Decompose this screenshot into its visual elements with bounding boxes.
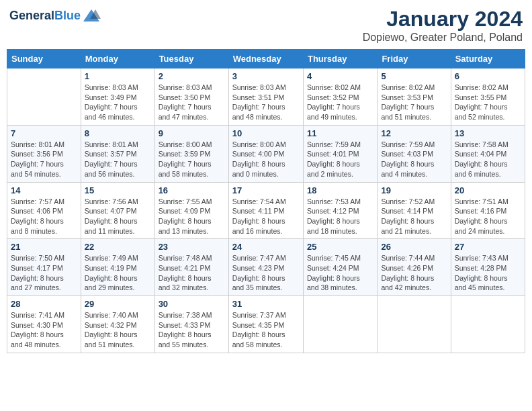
day-info: Sunrise: 7:56 AM Sunset: 4:07 PM Dayligh… [85, 197, 151, 236]
day-info: Sunrise: 8:00 AM Sunset: 3:59 PM Dayligh… [159, 140, 225, 179]
day-info: Sunrise: 7:37 AM Sunset: 4:35 PM Dayligh… [232, 310, 300, 350]
day-number: 13 [455, 128, 521, 138]
day-number: 18 [307, 185, 373, 195]
day-info: Sunrise: 8:01 AM Sunset: 3:56 PM Dayligh… [11, 140, 77, 179]
column-header-wednesday: Wednesday [228, 50, 303, 68]
calendar-table: SundayMondayTuesdayWednesdayThursdayFrid… [7, 49, 525, 353]
day-info: Sunrise: 7:40 AM Sunset: 4:32 PM Dayligh… [85, 310, 151, 350]
calendar-cell: 17Sunrise: 7:54 AM Sunset: 4:11 PM Dayli… [228, 182, 303, 239]
calendar-cell: 25Sunrise: 7:45 AM Sunset: 4:24 PM Dayli… [303, 239, 377, 296]
day-info: Sunrise: 7:41 AM Sunset: 4:30 PM Dayligh… [11, 310, 77, 350]
calendar-cell: 6Sunrise: 8:02 AM Sunset: 3:55 PM Daylig… [451, 68, 525, 126]
day-info: Sunrise: 7:59 AM Sunset: 4:03 PM Dayligh… [381, 140, 447, 179]
day-info: Sunrise: 7:52 AM Sunset: 4:14 PM Dayligh… [381, 197, 447, 236]
calendar-cell: 19Sunrise: 7:52 AM Sunset: 4:14 PM Dayli… [378, 182, 451, 239]
day-number: 6 [455, 71, 521, 81]
day-number: 11 [307, 128, 373, 138]
calendar-cell [378, 296, 451, 353]
calendar-cell: 11Sunrise: 7:59 AM Sunset: 4:01 PM Dayli… [303, 125, 377, 182]
calendar-cell: 1Sunrise: 8:03 AM Sunset: 3:49 PM Daylig… [81, 68, 154, 126]
calendar-cell: 15Sunrise: 7:56 AM Sunset: 4:07 PM Dayli… [81, 182, 154, 239]
day-number: 21 [11, 242, 77, 252]
calendar-cell [303, 296, 377, 353]
day-info: Sunrise: 8:01 AM Sunset: 3:57 PM Dayligh… [85, 140, 151, 179]
day-info: Sunrise: 8:03 AM Sunset: 3:51 PM Dayligh… [232, 83, 300, 122]
column-header-thursday: Thursday [303, 50, 377, 68]
day-info: Sunrise: 7:58 AM Sunset: 4:04 PM Dayligh… [455, 140, 521, 179]
day-number: 4 [307, 71, 373, 81]
title-block: January 2024 Dopiewo, Greater Poland, Po… [363, 7, 523, 44]
calendar-cell [7, 68, 81, 126]
calendar-cell: 14Sunrise: 7:57 AM Sunset: 4:06 PM Dayli… [7, 182, 81, 239]
day-info: Sunrise: 7:38 AM Sunset: 4:33 PM Dayligh… [159, 310, 225, 350]
calendar-week-4: 21Sunrise: 7:50 AM Sunset: 4:17 PM Dayli… [7, 239, 525, 296]
calendar-cell: 16Sunrise: 7:55 AM Sunset: 4:09 PM Dayli… [154, 182, 228, 239]
calendar-cell: 12Sunrise: 7:59 AM Sunset: 4:03 PM Dayli… [378, 125, 451, 182]
day-info: Sunrise: 8:02 AM Sunset: 3:55 PM Dayligh… [455, 83, 521, 122]
calendar-cell: 23Sunrise: 7:48 AM Sunset: 4:21 PM Dayli… [154, 239, 228, 296]
calendar-cell: 30Sunrise: 7:38 AM Sunset: 4:33 PM Dayli… [154, 296, 228, 353]
logo-icon [82, 7, 101, 26]
month-title: January 2024 [363, 7, 523, 32]
calendar-week-1: 1Sunrise: 8:03 AM Sunset: 3:49 PM Daylig… [7, 68, 525, 126]
logo: GeneralBlue [9, 7, 101, 26]
day-info: Sunrise: 7:49 AM Sunset: 4:19 PM Dayligh… [85, 253, 151, 293]
day-number: 2 [159, 71, 225, 81]
calendar-cell: 21Sunrise: 7:50 AM Sunset: 4:17 PM Dayli… [7, 239, 81, 296]
day-number: 25 [307, 242, 373, 252]
day-info: Sunrise: 7:45 AM Sunset: 4:24 PM Dayligh… [307, 253, 373, 293]
day-number: 15 [85, 185, 151, 195]
calendar-week-5: 28Sunrise: 7:41 AM Sunset: 4:30 PM Dayli… [7, 296, 525, 353]
calendar-cell: 18Sunrise: 7:53 AM Sunset: 4:12 PM Dayli… [303, 182, 377, 239]
calendar-cell: 29Sunrise: 7:40 AM Sunset: 4:32 PM Dayli… [81, 296, 154, 353]
column-header-saturday: Saturday [451, 50, 525, 68]
logo-text: GeneralBlue [9, 9, 81, 23]
day-number: 10 [232, 128, 300, 138]
calendar-cell: 27Sunrise: 7:43 AM Sunset: 4:28 PM Dayli… [451, 239, 525, 296]
day-number: 3 [232, 71, 300, 81]
day-info: Sunrise: 7:44 AM Sunset: 4:26 PM Dayligh… [381, 253, 447, 293]
day-info: Sunrise: 8:03 AM Sunset: 3:50 PM Dayligh… [159, 83, 225, 122]
day-number: 5 [381, 71, 447, 81]
day-number: 19 [381, 185, 447, 195]
day-number: 8 [85, 128, 151, 138]
calendar-cell: 4Sunrise: 8:02 AM Sunset: 3:52 PM Daylig… [303, 68, 377, 126]
column-header-monday: Monday [81, 50, 154, 68]
day-number: 17 [232, 185, 300, 195]
calendar-cell: 5Sunrise: 8:02 AM Sunset: 3:53 PM Daylig… [378, 68, 451, 126]
calendar-cell: 2Sunrise: 8:03 AM Sunset: 3:50 PM Daylig… [154, 68, 228, 126]
location-title: Dopiewo, Greater Poland, Poland [363, 32, 523, 44]
calendar-cell: 24Sunrise: 7:47 AM Sunset: 4:23 PM Dayli… [228, 239, 303, 296]
day-info: Sunrise: 7:57 AM Sunset: 4:06 PM Dayligh… [11, 197, 77, 236]
day-info: Sunrise: 7:43 AM Sunset: 4:28 PM Dayligh… [455, 253, 521, 293]
day-number: 28 [11, 299, 77, 309]
day-info: Sunrise: 7:50 AM Sunset: 4:17 PM Dayligh… [11, 253, 77, 293]
calendar-cell: 20Sunrise: 7:51 AM Sunset: 4:16 PM Dayli… [451, 182, 525, 239]
calendar-cell: 10Sunrise: 8:00 AM Sunset: 4:00 PM Dayli… [228, 125, 303, 182]
day-info: Sunrise: 8:02 AM Sunset: 3:52 PM Dayligh… [307, 83, 373, 122]
calendar-cell: 13Sunrise: 7:58 AM Sunset: 4:04 PM Dayli… [451, 125, 525, 182]
day-number: 24 [232, 242, 300, 252]
calendar-cell: 22Sunrise: 7:49 AM Sunset: 4:19 PM Dayli… [81, 239, 154, 296]
day-number: 26 [381, 242, 447, 252]
calendar-cell: 3Sunrise: 8:03 AM Sunset: 3:51 PM Daylig… [228, 68, 303, 126]
day-number: 1 [85, 71, 151, 81]
column-header-tuesday: Tuesday [154, 50, 228, 68]
day-number: 7 [11, 128, 77, 138]
day-number: 23 [159, 242, 225, 252]
day-number: 14 [11, 185, 77, 195]
day-number: 31 [232, 299, 300, 309]
day-info: Sunrise: 7:51 AM Sunset: 4:16 PM Dayligh… [455, 197, 521, 236]
day-info: Sunrise: 8:02 AM Sunset: 3:53 PM Dayligh… [381, 83, 447, 122]
day-info: Sunrise: 7:55 AM Sunset: 4:09 PM Dayligh… [159, 197, 225, 236]
day-info: Sunrise: 7:54 AM Sunset: 4:11 PM Dayligh… [232, 197, 300, 236]
page-header: GeneralBlue January 2024 Dopiewo, Greate… [7, 7, 525, 44]
day-number: 22 [85, 242, 151, 252]
day-number: 30 [159, 299, 225, 309]
calendar-cell: 26Sunrise: 7:44 AM Sunset: 4:26 PM Dayli… [378, 239, 451, 296]
day-number: 12 [381, 128, 447, 138]
day-info: Sunrise: 7:53 AM Sunset: 4:12 PM Dayligh… [307, 197, 373, 236]
calendar-cell: 28Sunrise: 7:41 AM Sunset: 4:30 PM Dayli… [7, 296, 81, 353]
column-header-friday: Friday [378, 50, 451, 68]
column-header-sunday: Sunday [7, 50, 81, 68]
